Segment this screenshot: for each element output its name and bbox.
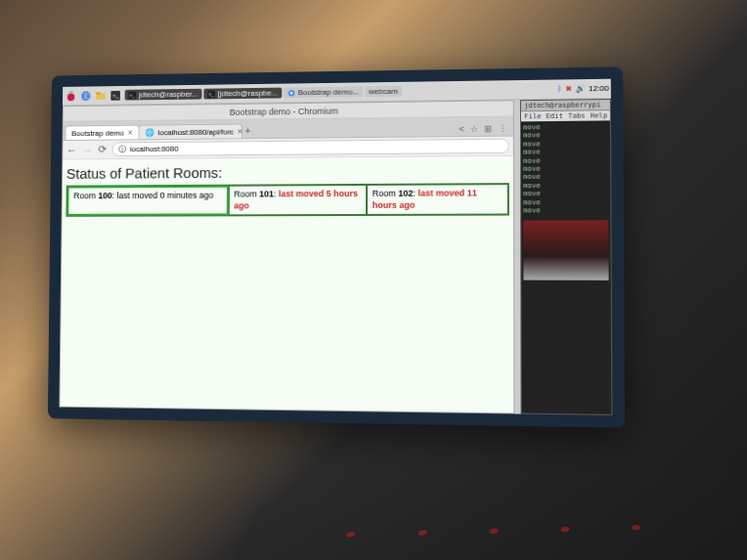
raspberry-menu-icon[interactable] [65,89,77,103]
browser-window: Bootstrap demo - Chromium Bootstrap demo… [59,100,514,413]
room-number: 100 [98,191,111,200]
room-cell-100: Room 100: last moved 0 minutes ago [66,186,228,216]
terminal-line: move [523,190,608,198]
menu-file[interactable]: File [524,112,541,120]
menu-tabs[interactable]: Tabs [568,112,585,120]
site-info-icon[interactable]: ⓘ [118,144,126,154]
terminal-output: move move move move move move move move … [521,120,611,282]
extensions-icon[interactable]: ⊞ [484,124,492,134]
page-heading: Status of Patient Rooms: [66,162,509,182]
rooms-table: Room 100: last moved 0 minutes ago Room … [66,183,508,217]
svg-text:>_: >_ [112,92,119,98]
taskbar-item-label: Bootstrap demo... [298,87,360,97]
bluetooth-icon[interactable]: ᛒ [557,84,562,93]
kebab-menu-icon[interactable]: ⋮ [498,124,506,134]
taskbar-item-label: webcam [369,87,398,96]
taskbar-item-terminal-2[interactable]: >_ [jdtech@raspbe... [203,88,282,100]
room-status: : last moved 0 minutes ago [112,191,214,200]
tab-api[interactable]: 🌐 localhost:8080/api/forc × [138,124,242,140]
workspace: jdtech@raspberrypi File Edit Tabs Help m… [59,99,612,415]
close-tab-icon[interactable]: × [128,128,133,138]
tab-bootstrap-demo[interactable]: Bootstrap demo × [65,125,139,140]
forward-button[interactable]: → [82,144,93,155]
svg-rect-3 [96,92,101,95]
taskbar-item-webcam[interactable]: webcam [365,86,402,97]
taskbar-item-chromium[interactable]: Bootstrap demo... [284,86,363,98]
desktop: >_ >_ jdtech@raspber... >_ [jdtech@raspb… [59,79,612,415]
menu-help[interactable]: Help [591,111,608,119]
svg-text:>_: >_ [130,93,136,98]
clock[interactable]: 12:00 [589,84,609,93]
monitor-bezel: >_ >_ jdtech@raspber... >_ [jdtech@raspb… [48,66,625,427]
taskbar-item-terminal-1[interactable]: >_ jdtech@raspber... [125,89,202,101]
terminal-line: move [523,206,608,215]
share-icon[interactable]: < [460,124,464,134]
file-manager-icon[interactable] [94,89,107,103]
tab-label: localhost:8080/api/forc [157,127,234,137]
star-icon[interactable]: ☆ [470,124,478,134]
taskbar-item-label: [jdtech@raspbe... [218,89,278,99]
web-browser-icon[interactable] [79,89,92,103]
new-tab-button[interactable]: + [242,123,255,138]
reload-button[interactable]: ⟳ [98,144,107,156]
menu-edit[interactable]: Edit [547,112,563,120]
room-cell-101: Room 101: last moved 5 hours ago [228,185,367,216]
svg-point-0 [67,93,75,101]
terminal-icon[interactable]: >_ [109,88,121,102]
taskbar-item-label: jdtech@raspber... [139,90,198,100]
tab-label: Bootstrap demo [71,128,124,137]
page-content: Status of Patient Rooms: Room 100: last … [60,156,513,413]
system-tray: ᛒ ✖ 🔊 12:00 [557,84,609,94]
address-bar[interactable]: ⓘ localhost:8080 [112,139,509,156]
terminal-window[interactable]: jdtech@raspberrypi File Edit Tabs Help m… [520,99,612,415]
room-number: 101 [259,189,274,198]
terminal-line: move [523,197,608,206]
webcam-preview-image [523,221,608,280]
volume-icon[interactable]: 🔊 [575,84,585,93]
globe-icon: 🌐 [145,128,154,137]
network-disconnected-icon[interactable]: ✖ [565,84,572,93]
back-button[interactable]: ← [66,144,77,155]
url-text: localhost:8080 [130,145,179,153]
svg-text:>_: >_ [208,92,214,97]
browser-title: Bootstrap demo - Chromium [230,106,338,116]
room-cell-102: Room 102: last moved 11 hours ago [367,184,508,215]
room-number: 102 [398,189,413,198]
